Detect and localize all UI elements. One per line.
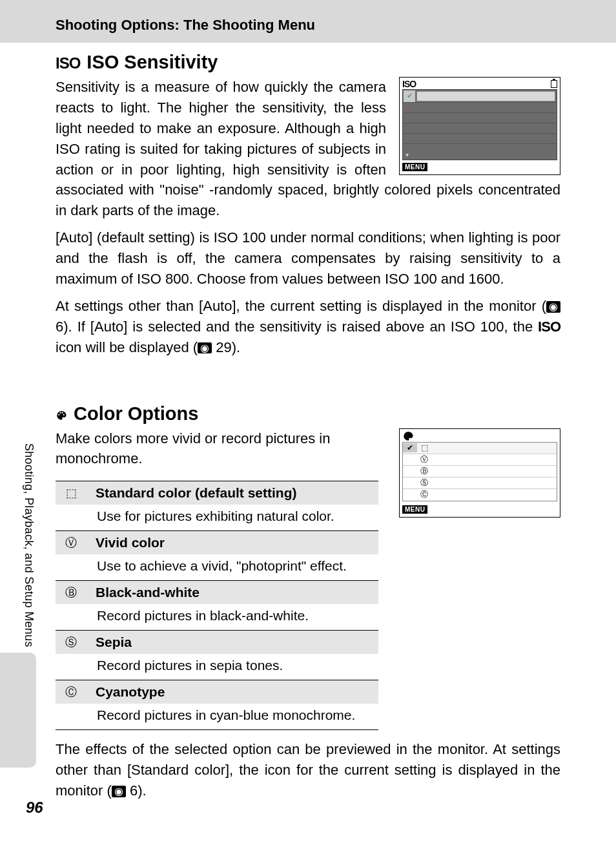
check-icon: ✔ <box>403 443 417 452</box>
iso-p3b: 6). If [Auto] is selected and the sensit… <box>56 319 538 335</box>
table-row: ⬚ Standard color (default setting) <box>56 481 378 505</box>
menu-tag: MENU <box>402 163 427 171</box>
iso-section-title: ISO ISO Sensitivity <box>56 52 560 73</box>
palette-icon <box>402 430 414 442</box>
color-intro-wrap: ✔ ⬚ Ⓥ Ⓑ Ⓢ Ⓒ MENU Make colors mor <box>56 428 560 470</box>
color-options-table: ⬚ Standard color (default setting) Use f… <box>56 481 378 730</box>
list-item: Ⓒ <box>403 489 557 501</box>
list-item: ✔ ⬚ <box>403 443 557 454</box>
down-arrow-icon: ▾ <box>406 151 409 158</box>
color-section-title: Color Options <box>56 403 560 424</box>
list-item: Ⓥ <box>403 454 557 466</box>
iso-title-text: ISO Sensitivity <box>87 52 218 73</box>
option-title: Standard color (default setting) <box>96 485 297 501</box>
list-item: Ⓑ <box>403 466 557 477</box>
table-row: Ⓢ Sepia <box>56 630 378 654</box>
sidebar-tab <box>0 653 36 768</box>
palette-svg <box>56 410 67 421</box>
palette-icon <box>56 406 67 424</box>
iso-screenshot: ISO ✔ <box>399 77 560 175</box>
check-icon: ✔ <box>404 90 415 102</box>
sidebar-section-label: Shooting, Playback, and Setup Menus <box>22 443 36 647</box>
color-screenshot: ✔ ⬚ Ⓥ Ⓑ Ⓢ Ⓒ MENU <box>399 428 560 518</box>
battery-icon <box>551 80 557 88</box>
page-ref-icon: ◉ <box>546 301 560 313</box>
vivid-color-icon: Ⓥ <box>62 535 80 550</box>
iso-paragraph-2: [Auto] (default setting) is ISO 100 unde… <box>56 227 560 289</box>
iso-section: ISO ISO Sensitivity ISO ✔ <box>56 52 560 358</box>
screenshot-iso-label: ISO <box>402 79 416 89</box>
standard-color-icon: ⬚ <box>62 486 80 500</box>
color-section: Color Options ✔ ⬚ Ⓥ Ⓑ <box>56 403 560 801</box>
table-row: Ⓒ Cyanotype <box>56 680 378 704</box>
page-number: 96 <box>26 799 43 817</box>
bw-icon: Ⓑ <box>62 585 80 600</box>
option-desc: Record pictures in cyan-blue monochrome. <box>56 704 378 730</box>
option-desc: Use to achieve a vivid, "photoprint" eff… <box>56 554 378 580</box>
iso-inline-icon: ISO <box>538 319 560 335</box>
cyan-icon: Ⓒ <box>417 489 431 500</box>
menu-tag: MENU <box>402 505 427 514</box>
page-ref-icon: ◉ <box>198 342 212 354</box>
sepia-icon: Ⓢ <box>417 477 431 488</box>
page-ref-icon: ◉ <box>112 786 126 797</box>
sepia-icon: Ⓢ <box>62 634 80 650</box>
option-title: Sepia <box>96 634 132 650</box>
iso-p3a: At settings other than [Auto], the curre… <box>56 298 546 314</box>
breadcrumb: Shooting Options: The Shooting Menu <box>56 17 616 34</box>
content-area: ISO ISO Sensitivity ISO ✔ <box>0 43 616 801</box>
option-title: Cyanotype <box>96 684 165 700</box>
iso-paragraph-3: At settings other than [Auto], the curre… <box>56 296 560 358</box>
option-title: Vivid color <box>96 535 165 550</box>
color-footer: The effects of the selected option can b… <box>56 739 560 801</box>
color-screenshot-list: ✔ ⬚ Ⓥ Ⓑ Ⓢ Ⓒ <box>402 442 557 501</box>
table-row: Ⓥ Vivid color <box>56 530 378 554</box>
option-desc: Record pictures in black-and-white. <box>56 604 378 630</box>
page: Shooting Options: The Shooting Menu ISO … <box>0 0 616 849</box>
header-bar: Shooting Options: The Shooting Menu <box>0 0 616 43</box>
list-item: Ⓢ <box>403 477 557 489</box>
iso-p3c: icon will be displayed ( <box>56 339 198 355</box>
option-title: Black-and-white <box>96 585 200 600</box>
iso-screenshot-wrap: ISO ✔ <box>399 77 560 175</box>
color-screenshot-wrap: ✔ ⬚ Ⓥ Ⓑ Ⓢ Ⓒ MENU <box>399 428 560 518</box>
color-title-text: Color Options <box>74 403 198 424</box>
table-row: Ⓑ Black-and-white <box>56 580 378 604</box>
option-desc: Use for pictures exhibiting natural colo… <box>56 505 378 530</box>
selected-row-bar <box>416 91 555 101</box>
vivid-color-icon: Ⓥ <box>417 454 431 465</box>
bw-icon: Ⓑ <box>417 466 431 477</box>
iso-p1b: associated with "noise" -randomly spaced… <box>56 182 560 218</box>
color-footer-b: 6). <box>126 782 147 799</box>
iso-p3d: 29). <box>212 339 240 355</box>
iso-icon: ISO <box>56 54 80 72</box>
iso-p1a: Sensitivity is a measure of how quickly … <box>56 79 386 178</box>
cyan-icon: Ⓒ <box>62 684 80 700</box>
screenshot-menu-list: ✔ ▾ <box>402 89 557 160</box>
option-desc: Record pictures in sepia tones. <box>56 654 378 680</box>
standard-color-icon: ⬚ <box>417 443 431 452</box>
iso-para-wrap: ISO ✔ <box>56 77 560 221</box>
